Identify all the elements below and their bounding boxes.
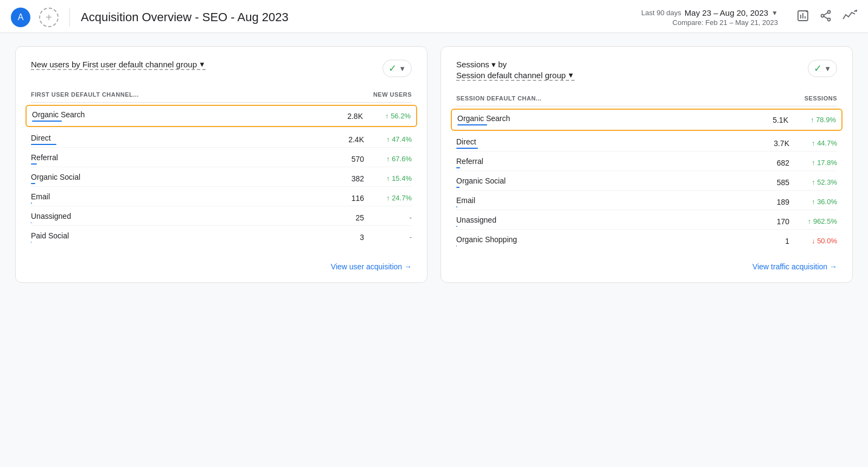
channel-values: 382 ↑ 15.4%	[342, 174, 412, 183]
check-icon: ✓	[388, 62, 397, 74]
table-row[interactable]: Referral 570 ↑ 67.6%	[31, 148, 412, 167]
channel-bar	[31, 163, 37, 165]
view-traffic-acquisition-link[interactable]: View traffic acquisition →	[752, 262, 837, 271]
table-row[interactable]: Paid Social 3 -	[31, 226, 412, 245]
share-icon[interactable]	[819, 9, 832, 26]
channel-values: 585 ↑ 52.3%	[768, 178, 837, 187]
channel-pct: -	[377, 233, 412, 241]
sparkline-icon[interactable]	[842, 9, 857, 26]
channel-pct: ↓ 50.0%	[802, 237, 837, 245]
table-row[interactable]: Email 116 ↑ 24.7%	[31, 187, 412, 206]
svg-line-9	[824, 16, 827, 19]
chevron-down-icon-right: ▼	[567, 71, 575, 79]
channel-pct: ↑ 44.7%	[802, 139, 837, 147]
channel-pct: ↑ 17.8%	[802, 159, 837, 167]
table-row[interactable]: Organic Social 585 ↑ 52.3%	[456, 171, 837, 191]
channel-count: 5.1K	[767, 116, 788, 124]
channel-count: 2.4K	[342, 135, 364, 144]
table-row[interactable]: Unassigned 170 ↑ 962.5%	[456, 210, 837, 230]
channel-pct: ↑ 36.0%	[802, 198, 837, 206]
date-range-row: Last 90 days May 23 – Aug 20, 2023 ▼	[641, 8, 778, 17]
channel-count: 585	[768, 178, 789, 187]
right-col-channel-header: SESSION DEFAULT CHAN...	[456, 95, 541, 102]
avatar[interactable]: A	[11, 8, 30, 27]
channel-bar	[457, 124, 487, 125]
left-col-value-header: NEW USERS	[373, 91, 412, 98]
table-row[interactable]: Organic Search 5.1K ↑ 78.9%	[451, 109, 843, 131]
channel-name: Unassigned	[31, 212, 71, 223]
left-card-title-line1: New users by First user default channel …	[31, 60, 206, 70]
right-card-table-header: SESSION DEFAULT CHAN... SESSIONS	[456, 92, 837, 106]
right-card-check-button[interactable]: ✓ ▼	[808, 60, 837, 77]
channel-bar	[31, 203, 32, 204]
date-section: Last 90 days May 23 – Aug 20, 2023 ▼ Com…	[641, 8, 778, 27]
channel-values: 5.1K ↑ 78.9%	[767, 116, 836, 124]
table-row[interactable]: Organic Social 382 ↑ 15.4%	[31, 167, 412, 187]
compare-text: Compare: Feb 21 – May 21, 2023	[673, 18, 778, 27]
header-divider	[69, 8, 70, 27]
channel-bar	[456, 148, 478, 149]
left-card-footer: View user acquisition →	[31, 249, 412, 272]
right-card-title-line2: Session default channel group ▼	[456, 71, 575, 81]
svg-point-6	[821, 15, 824, 17]
table-row[interactable]: Direct 2.4K ↑ 47.4%	[31, 128, 412, 148]
channel-pct: ↑ 24.7%	[377, 194, 412, 202]
svg-line-8	[824, 13, 827, 16]
channel-pct: ↑ 962.5%	[802, 217, 837, 225]
table-row[interactable]: Direct 3.7K ↑ 44.7%	[456, 132, 837, 152]
channel-values: 189 ↑ 36.0%	[768, 198, 837, 206]
channel-values: 2.4K ↑ 47.4%	[342, 135, 412, 144]
left-card-title-dropdown[interactable]: New users by First user default channel …	[31, 60, 206, 70]
channel-count: 382	[342, 174, 364, 183]
channel-name: Email	[456, 196, 475, 207]
left-card-table-header: FIRST USER DEFAULT CHANNEL... NEW USERS	[31, 88, 412, 103]
date-dropdown-arrow[interactable]: ▼	[771, 9, 778, 17]
left-card-header: New users by First user default channel …	[31, 60, 412, 77]
right-col-value-header: SESSIONS	[805, 95, 837, 102]
right-card-table-body: Organic Search 5.1K ↑ 78.9% Direct 3.7K …	[456, 108, 837, 249]
channel-values: 3 -	[342, 233, 412, 242]
channel-name: Organic Social	[31, 173, 80, 184]
channel-name: Direct	[456, 137, 478, 149]
channel-bar	[456, 167, 460, 168]
left-card-check-button[interactable]: ✓ ▼	[382, 60, 412, 77]
channel-name: Direct	[31, 134, 56, 145]
channel-pct: -	[377, 213, 412, 222]
table-row[interactable]: Unassigned 25 -	[31, 206, 412, 226]
channel-values: 3.7K ↑ 44.7%	[768, 139, 837, 148]
channel-count: 170	[768, 217, 789, 226]
check-icon-right: ✓	[814, 62, 822, 74]
view-user-acquisition-link[interactable]: View user acquisition →	[331, 262, 412, 271]
chevron-down-icon: ▼	[199, 60, 206, 68]
left-card-table-body: Organic Search 2.8K ↑ 56.2% Direct 2.4K …	[31, 104, 412, 245]
table-row[interactable]: Organic Shopping 1 ↓ 50.0%	[456, 230, 837, 249]
add-button[interactable]: +	[39, 8, 59, 27]
channel-values: 1 ↓ 50.0%	[768, 237, 837, 245]
channel-name: Referral	[31, 153, 58, 165]
table-row[interactable]: Organic Search 2.8K ↑ 56.2%	[25, 105, 417, 127]
channel-bar	[31, 222, 31, 223]
channel-count: 682	[768, 159, 789, 167]
page-title: Acquisition Overview - SEO - Aug 2023	[81, 10, 633, 24]
chart-icon[interactable]	[796, 9, 809, 26]
channel-count: 25	[342, 213, 364, 222]
channel-values: 170 ↑ 962.5%	[768, 217, 837, 226]
channel-count: 570	[342, 155, 364, 163]
last-n-label: Last 90 days	[641, 9, 681, 17]
header-icons	[796, 9, 857, 26]
right-card-title-dropdown[interactable]: Session default channel group ▼	[456, 71, 575, 81]
channel-count: 3.7K	[768, 139, 789, 148]
channel-pct: ↑ 78.9%	[801, 116, 836, 124]
channel-count: 116	[342, 194, 364, 203]
main-content: New users by First user default channel …	[0, 33, 868, 296]
channel-pct: ↑ 52.3%	[802, 178, 837, 186]
table-row[interactable]: Referral 682 ↑ 17.8%	[456, 152, 837, 171]
channel-bar	[31, 144, 56, 145]
right-card-title-line1: Sessions ▾ by	[456, 60, 575, 70]
right-card-title-area: Sessions ▾ by Session default channel gr…	[456, 60, 575, 81]
table-row[interactable]: Email 189 ↑ 36.0%	[456, 191, 837, 210]
left-card-title-area: New users by First user default channel …	[31, 60, 206, 70]
left-col-channel-header: FIRST USER DEFAULT CHANNEL...	[31, 91, 139, 98]
right-card-dropdown-arrow: ▼	[824, 65, 831, 73]
channel-pct: ↑ 56.2%	[376, 112, 411, 120]
